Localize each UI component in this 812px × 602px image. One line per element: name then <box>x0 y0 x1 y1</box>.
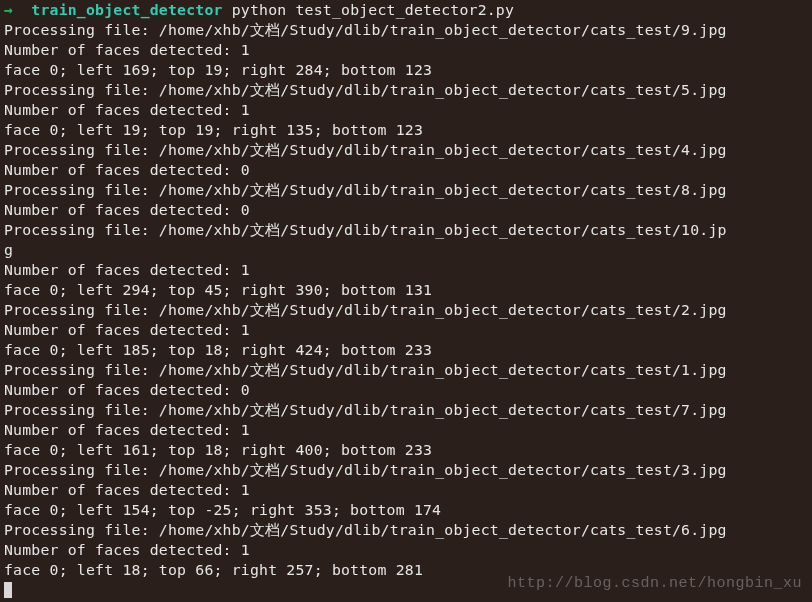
command: python test_object_detector2.py <box>232 1 514 18</box>
terminal-output: Processing file: /home/xhb/文档/Study/dlib… <box>4 21 727 578</box>
terminal[interactable]: → train_object_detector python test_obje… <box>4 0 808 600</box>
cursor <box>4 582 12 598</box>
prompt-arrow: → <box>4 1 13 18</box>
prompt-cwd: train_object_detector <box>31 1 222 18</box>
